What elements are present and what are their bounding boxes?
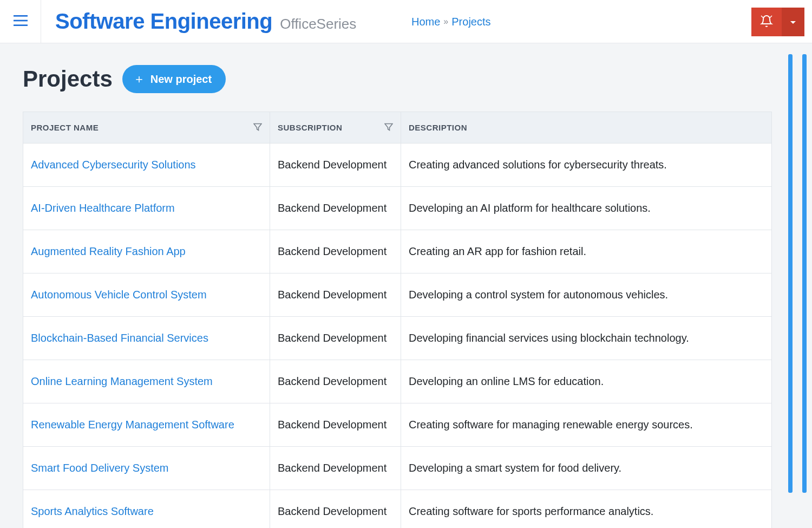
breadcrumb-current[interactable]: Projects <box>451 15 490 28</box>
project-link[interactable]: Online Learning Management System <box>31 375 213 388</box>
cell-project-name: Advanced Cybersecurity Solutions <box>23 144 270 186</box>
breadcrumb-separator-icon: » <box>443 17 448 27</box>
cell-project-name: Smart Food Delivery System <box>23 447 270 490</box>
column-header-name[interactable]: PROJECT NAME <box>23 112 270 143</box>
content-area: Projects ＋ New project PROJECT NAME SUBS… <box>0 43 812 528</box>
table-body: Advanced Cybersecurity SolutionsBackend … <box>23 144 771 528</box>
table-row: AI-Driven Healthcare PlatformBackend Dev… <box>23 187 771 230</box>
breadcrumb-home[interactable]: Home <box>411 15 440 28</box>
cell-description: Developing a smart system for food deliv… <box>401 447 771 490</box>
cell-project-name: Online Learning Management System <box>23 360 270 403</box>
page-title-row: Projects ＋ New project <box>23 65 789 93</box>
cell-subscription: Backend Development <box>270 144 401 186</box>
plus-icon: ＋ <box>133 71 145 87</box>
table-row: Autonomous Vehicle Control SystemBackend… <box>23 273 771 317</box>
cell-subscription: Backend Development <box>270 447 401 490</box>
page-title: Projects <box>23 66 113 92</box>
column-header-description[interactable]: DESCRIPTION <box>401 112 771 143</box>
project-link[interactable]: Advanced Cybersecurity Solutions <box>31 159 196 171</box>
cell-project-name: Sports Analytics Software <box>23 490 270 528</box>
cell-description: Developing an AI platform for healthcare… <box>401 187 771 230</box>
new-project-button[interactable]: ＋ New project <box>122 65 226 93</box>
brand-area: Software Engineering OfficeSeries <box>41 9 356 34</box>
column-header-name-label: PROJECT NAME <box>31 123 99 132</box>
table-row: Renewable Energy Management SoftwareBack… <box>23 403 771 447</box>
cell-description: Developing financial services using bloc… <box>401 317 771 360</box>
cell-subscription: Backend Development <box>270 317 401 360</box>
brand-title[interactable]: Software Engineering <box>55 9 272 34</box>
hamburger-icon <box>14 15 28 28</box>
table-header-row: PROJECT NAME SUBSCRIPTION DESCRIPTION <box>23 112 771 144</box>
cell-subscription: Backend Development <box>270 187 401 230</box>
app-header: Software Engineering OfficeSeries Home »… <box>0 0 812 43</box>
filter-icon[interactable] <box>384 122 393 133</box>
bell-icon <box>760 15 773 30</box>
project-link[interactable]: Blockchain-Based Financial Services <box>31 332 208 344</box>
column-header-description-label: DESCRIPTION <box>409 123 467 132</box>
caret-down-icon <box>790 17 796 27</box>
cell-subscription: Backend Development <box>270 360 401 403</box>
cell-project-name: Renewable Energy Management Software <box>23 403 270 446</box>
scrollbar-vertical-inner[interactable] <box>788 54 793 493</box>
table-row: Sports Analytics SoftwareBackend Develop… <box>23 490 771 528</box>
cell-subscription: Backend Development <box>270 403 401 446</box>
table-row: Augmented Reality Fashion AppBackend Dev… <box>23 230 771 273</box>
cell-subscription: Backend Development <box>270 273 401 316</box>
cell-description: Creating advanced solutions for cybersec… <box>401 144 771 186</box>
scrollbar-vertical[interactable] <box>802 54 807 493</box>
cell-project-name: Augmented Reality Fashion App <box>23 230 270 273</box>
notifications-button[interactable] <box>751 8 782 36</box>
cell-project-name: AI-Driven Healthcare Platform <box>23 187 270 230</box>
column-header-subscription[interactable]: SUBSCRIPTION <box>270 112 401 143</box>
project-link[interactable]: Renewable Energy Management Software <box>31 419 234 431</box>
project-link[interactable]: Autonomous Vehicle Control System <box>31 289 207 301</box>
project-link[interactable]: AI-Driven Healthcare Platform <box>31 202 175 214</box>
table-row: Advanced Cybersecurity SolutionsBackend … <box>23 144 771 187</box>
header-actions <box>751 8 804 36</box>
table-row: Smart Food Delivery SystemBackend Develo… <box>23 447 771 490</box>
cell-project-name: Autonomous Vehicle Control System <box>23 273 270 316</box>
project-link[interactable]: Augmented Reality Fashion App <box>31 245 186 258</box>
brand-subtitle: OfficeSeries <box>280 16 356 32</box>
filter-icon[interactable] <box>253 122 262 133</box>
breadcrumb: Home » Projects <box>411 15 491 28</box>
table-row: Blockchain-Based Financial ServicesBacke… <box>23 317 771 360</box>
projects-table: PROJECT NAME SUBSCRIPTION DESCRIPTION Ad… <box>23 112 772 528</box>
menu-button[interactable] <box>0 0 41 43</box>
project-link[interactable]: Sports Analytics Software <box>31 505 154 518</box>
cell-description: Creating an AR app for fashion retail. <box>401 230 771 273</box>
new-project-label: New project <box>150 73 212 86</box>
cell-description: Developing an online LMS for education. <box>401 360 771 403</box>
table-row: Online Learning Management SystemBackend… <box>23 360 771 403</box>
cell-description: Developing a control system for autonomo… <box>401 273 771 316</box>
cell-subscription: Backend Development <box>270 230 401 273</box>
cell-subscription: Backend Development <box>270 490 401 528</box>
cell-description: Creating software for managing renewable… <box>401 403 771 446</box>
column-header-subscription-label: SUBSCRIPTION <box>278 123 342 132</box>
cell-project-name: Blockchain-Based Financial Services <box>23 317 270 360</box>
project-link[interactable]: Smart Food Delivery System <box>31 462 169 474</box>
user-dropdown-button[interactable] <box>782 8 804 36</box>
cell-description: Creating software for sports performance… <box>401 490 771 528</box>
